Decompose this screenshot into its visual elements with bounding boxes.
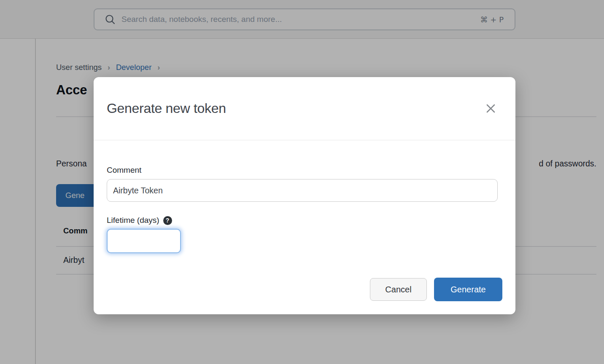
cancel-button[interactable]: Cancel: [370, 278, 427, 301]
generate-button[interactable]: Generate: [434, 278, 502, 301]
app-window: ⌘ + P User settings › Developer › Acce P…: [0, 0, 604, 364]
dialog-footer: Cancel Generate: [370, 278, 502, 301]
comment-label: Comment: [107, 166, 502, 175]
lifetime-days-input[interactable]: [107, 229, 181, 253]
help-icon[interactable]: ?: [163, 216, 172, 225]
close-icon: [486, 104, 496, 113]
comment-input[interactable]: [107, 179, 498, 202]
lifetime-label-row: Lifetime (days) ?: [107, 216, 502, 225]
dialog-header: Generate new token: [94, 77, 515, 140]
lifetime-label: Lifetime (days): [107, 216, 159, 225]
dialog-title: Generate new token: [107, 101, 226, 116]
close-button[interactable]: [484, 102, 497, 115]
generate-token-dialog: Generate new token Comment Lifetime (day…: [94, 77, 515, 314]
dialog-body: Comment Lifetime (days) ?: [94, 166, 515, 253]
